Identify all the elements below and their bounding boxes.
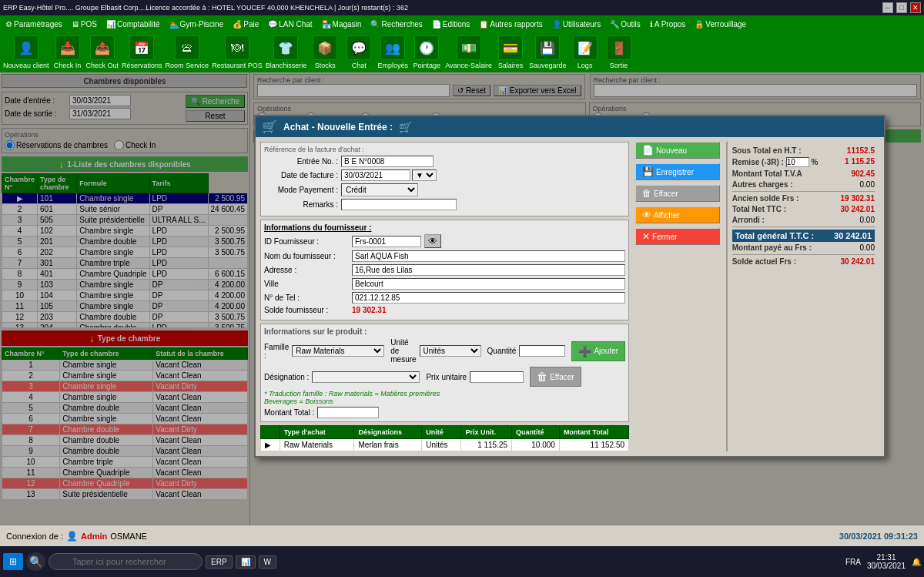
supplier-lookup-button[interactable]: 👁: [424, 234, 441, 248]
btn-restaurant[interactable]: 🍽 Restaurant POS: [212, 35, 263, 69]
title-bar: ERP Easy-Hôtel Pro.... Groupe Elbasit Co…: [0, 0, 924, 15]
nouveau-action-button[interactable]: 📄 Nouveau: [635, 142, 720, 159]
btn-checkin[interactable]: 📥 Check In: [52, 35, 83, 69]
arrondi-line: Arrondi : 0.00: [732, 216, 875, 224]
effacer-action-button[interactable]: 🗑 Effacer: [635, 185, 720, 202]
supplier-nom-input[interactable]: [352, 250, 625, 262]
autres-label: Autres charges :: [732, 180, 793, 189]
designation-select[interactable]: [312, 371, 420, 383]
remise-input[interactable]: [786, 157, 809, 167]
fermer-button[interactable]: ✕ Fermer: [635, 228, 720, 245]
menu-editions[interactable]: 📄 Editions: [428, 18, 474, 30]
btn-sauvegarde[interactable]: 💾 Sauvegarde: [529, 35, 567, 69]
taskbar-app-excel[interactable]: 📊: [236, 555, 256, 569]
menu-lanchat[interactable]: 💬 LAN Chat: [264, 18, 316, 30]
btn-pointage[interactable]: 🕐 Pointage: [411, 35, 442, 69]
entree-input[interactable]: [341, 156, 434, 167]
btn-room-service[interactable]: 🛎 Room Service: [166, 35, 209, 69]
btn-checkout[interactable]: 📤 Check Out: [86, 35, 119, 69]
btn-salaires[interactable]: 💳 Salaires: [495, 35, 526, 69]
menu-outils[interactable]: 🔧 Outils: [606, 18, 644, 30]
sortie-icon: 🚪: [607, 35, 631, 60]
quantite-label: Quantité: [487, 347, 517, 355]
unite-select[interactable]: Unités: [420, 345, 481, 357]
supplier-solde-label: Solde fournisseur :: [264, 306, 349, 314]
total-general-line: Total général T.T.C : 30 242.01: [732, 230, 875, 242]
taskbar-app-word[interactable]: W: [259, 555, 276, 569]
menu-paie[interactable]: 💰 Paie: [229, 18, 263, 30]
prix-input[interactable]: [470, 371, 524, 383]
blanchisserie-icon: 👕: [273, 35, 298, 60]
ref-section-title: Référence de la facture d'achat :: [264, 146, 625, 153]
btn-nouveau-client[interactable]: 👤 Nouveau client: [3, 35, 49, 69]
menu-autres[interactable]: 📋 Autres rapports: [475, 18, 546, 30]
products-section: Informations sur le produit : Famille : …: [260, 324, 629, 422]
menu-parametrages[interactable]: ⚙ Paramètrages: [2, 18, 66, 30]
ajouter-button[interactable]: ➕ Ajouter: [571, 341, 625, 361]
table-row[interactable]: ▶Raw MaterialsMerlan fraisUnités1 115.25…: [261, 439, 629, 451]
quantite-input[interactable]: [519, 345, 565, 357]
taskbar-date: 30/03/2021: [867, 562, 906, 570]
enregistrer-button[interactable]: 💾 Enregistrer: [635, 163, 720, 180]
user-sub: OSMANE: [110, 532, 147, 541]
taskbar-app-erp[interactable]: ERP: [206, 555, 233, 569]
col-montant-total: Montant Total: [559, 426, 628, 439]
supplier-adresse-input[interactable]: [352, 264, 625, 276]
pointage-icon: 🕐: [414, 35, 439, 60]
effacer-icon: 🗑: [537, 371, 547, 383]
menu-gym[interactable]: 🏊 Gym-Piscine: [166, 18, 228, 30]
btn-logs[interactable]: 📝 Logs: [570, 35, 601, 69]
supplier-tel-label: N° de Tel :: [264, 294, 349, 302]
btn-reservations[interactable]: 📅 Réservations: [122, 35, 162, 69]
status-left: Connexion de : 👤 Admin OSMANE: [6, 531, 147, 542]
montant-paye-value: 0.00: [825, 243, 875, 252]
supplier-tel-input[interactable]: [352, 292, 625, 304]
menu-magasin[interactable]: 🏪 Magasin: [318, 18, 366, 30]
menu-apropos[interactable]: ℹ A Propos: [646, 18, 690, 30]
notification-icon[interactable]: 🔔: [912, 558, 921, 566]
supplier-id-input[interactable]: [352, 236, 421, 247]
montant-input[interactable]: [317, 407, 379, 418]
afficher-button[interactable]: 👁 Afficher: [635, 206, 720, 223]
famille-select[interactable]: Raw Materials: [292, 345, 384, 357]
title-bar-controls: ─ □ ✕: [882, 2, 921, 13]
quantite-group: Quantité: [487, 345, 566, 357]
checkin-icon: 📥: [55, 35, 80, 60]
supplier-solde-row: Solde fournisseur : 19 302.31: [264, 306, 625, 314]
btn-blanchisserie[interactable]: 👕 Blanchisserie: [266, 35, 307, 69]
btn-chat[interactable]: 💬 Chat: [343, 35, 374, 69]
btn-employes[interactable]: 👥 Employés: [377, 35, 408, 69]
start-button[interactable]: ⊞: [3, 553, 23, 570]
menu-pos[interactable]: 🖥 POS: [68, 18, 101, 30]
minimize-button[interactable]: ─: [882, 2, 893, 13]
close-button[interactable]: ✕: [910, 2, 921, 13]
famille-group: Famille : Raw Materials: [264, 343, 384, 360]
menu-verrouillage[interactable]: 🔒 Verrouillage: [691, 18, 750, 30]
supplier-ville-input[interactable]: [352, 278, 625, 290]
designation-label: Désignation :: [264, 373, 309, 381]
remarks-input[interactable]: [341, 199, 457, 210]
taskbar-search-input[interactable]: [49, 553, 203, 570]
menu-comptabilite[interactable]: 📊 Comptabilité: [102, 18, 164, 30]
date-input[interactable]: [341, 169, 410, 181]
btn-sortie[interactable]: 🚪 Sortie: [604, 35, 634, 69]
mode-row: Mode Payement : Crédit: [264, 183, 625, 196]
taskbar-search-icon[interactable]: 🔍: [26, 552, 45, 571]
taskbar-time: 21:31: [867, 553, 906, 562]
menu-recherches[interactable]: 🔍 Recherches: [367, 18, 426, 30]
date-dropdown[interactable]: ▼: [412, 169, 437, 181]
mode-select[interactable]: Crédit: [341, 183, 418, 196]
prix-label: Prix unitaire: [426, 373, 467, 381]
btn-avance[interactable]: 💵 Avance-Salaire: [445, 35, 492, 69]
supplier-solde-value: 19 302.31: [352, 306, 387, 314]
sous-total-line: Sous Total en H.T : 11152.5: [732, 146, 875, 155]
employes-icon: 👥: [380, 35, 405, 60]
effacer-product-button[interactable]: 🗑 Effacer: [530, 367, 581, 387]
ancien-label: Ancien solde Frs :: [732, 194, 799, 203]
menu-utilisateurs[interactable]: 👤 Utilisateurs: [548, 18, 604, 30]
maximize-button[interactable]: □: [896, 2, 907, 13]
supplier-adresse-label: Adresse :: [264, 266, 349, 274]
btn-stocks[interactable]: 📦 Stocks: [310, 35, 340, 69]
reference-section: Référence de la facture d'achat : Entrée…: [260, 142, 629, 216]
col-prix-unit: Prix Unit.: [461, 426, 512, 439]
